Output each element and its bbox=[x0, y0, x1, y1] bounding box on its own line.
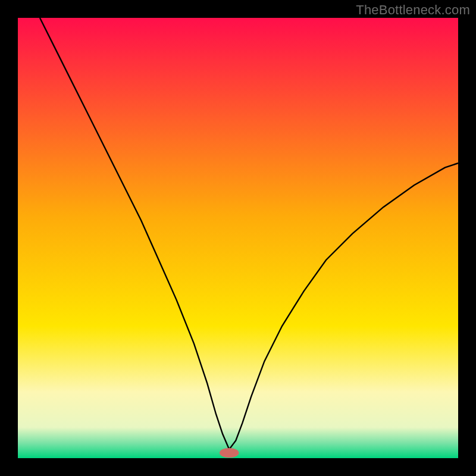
plot-area bbox=[18, 18, 458, 458]
chart-svg bbox=[18, 18, 458, 458]
chart-frame: TheBottleneck.com bbox=[0, 0, 476, 476]
minimum-marker bbox=[220, 448, 239, 458]
watermark-text: TheBottleneck.com bbox=[356, 2, 470, 18]
gradient-background bbox=[18, 18, 458, 458]
